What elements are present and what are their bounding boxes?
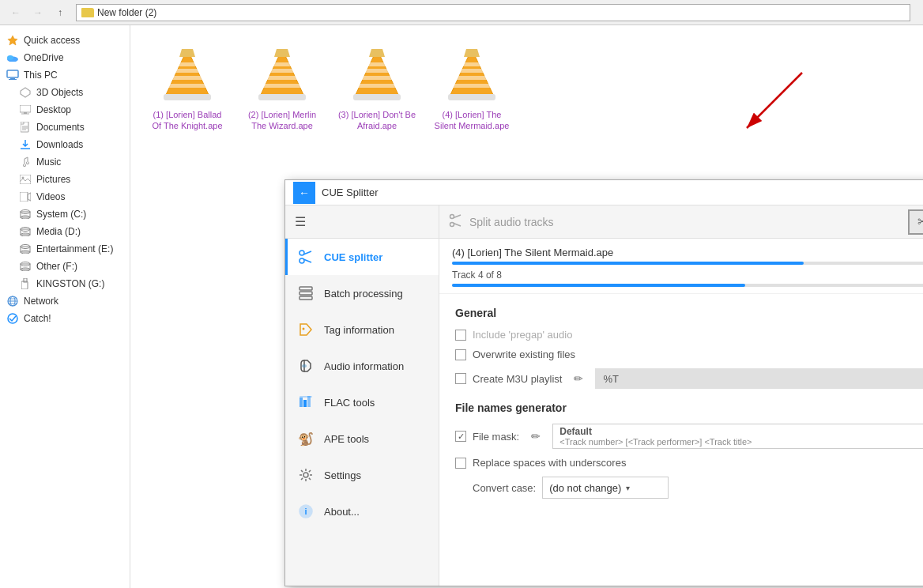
otherf-icon — [19, 260, 32, 273]
catch-label: Catch! — [24, 313, 51, 324]
filemask-pencil-button[interactable]: ✏ — [526, 426, 546, 447]
address-bar[interactable]: New folder (2) — [76, 4, 910, 21]
quickaccess-icon — [6, 34, 19, 47]
svg-marker-45 — [179, 49, 195, 57]
replace-spaces-checkbox[interactable] — [455, 458, 466, 469]
svg-rect-82 — [303, 400, 307, 407]
nav-label-batch-processing: Batch processing — [324, 288, 403, 300]
convert-case-value: (do not change) — [549, 482, 621, 494]
svg-rect-77 — [300, 292, 312, 295]
file-label: (2) [Lorien] Merlin The Wizard.ape — [243, 109, 322, 132]
sidebar-item-music[interactable]: Music — [0, 153, 130, 171]
settings-icon — [297, 466, 315, 484]
sidebar-item-systemc[interactable]: System (C:) — [0, 205, 130, 223]
music-icon — [19, 156, 32, 168]
svg-marker-61 — [369, 49, 385, 57]
svg-marker-69 — [464, 49, 480, 57]
systemc-icon — [19, 208, 32, 220]
folder-icon — [81, 8, 94, 17]
nav-item-cue-splitter[interactable]: CUE splitter — [285, 239, 439, 275]
svg-marker-18 — [28, 193, 31, 201]
modal-main-content: Split audio tracks ✂ ✕ 🔧 ··· — [439, 205, 923, 586]
svg-rect-41 — [175, 62, 199, 66]
sidebar-item-network[interactable]: Network — [0, 292, 130, 310]
cue-splitter-icon — [297, 248, 315, 266]
tag-information-icon — [297, 321, 315, 338]
overwrite-checkbox[interactable] — [455, 349, 466, 360]
svg-rect-70 — [448, 94, 495, 100]
sidebar-item-quickaccess[interactable]: Quick access — [0, 32, 130, 49]
nav-item-ape-tools[interactable]: 🐒 APE tools — [285, 420, 439, 457]
playlist-checkbox[interactable] — [455, 373, 466, 384]
list-item[interactable]: (2) [Lorien] Merlin The Wizard.ape — [243, 43, 322, 132]
3dobjects-icon — [19, 86, 32, 99]
audio-information-icon — [297, 357, 315, 375]
filenames-section-title: File names generator — [455, 401, 923, 414]
sidebar-item-pictures[interactable]: Pictures — [0, 171, 130, 188]
sidebar-item-otherf[interactable]: Other (F:) — [0, 258, 130, 275]
modal-back-button[interactable]: ← — [293, 182, 315, 204]
nav-item-about[interactable]: i About... — [285, 493, 439, 530]
sidebar-item-kingstong[interactable]: KINGSTON (G:) — [0, 275, 130, 292]
list-item[interactable]: (1) [Lorien] Ballad Of The Knight.ape — [148, 43, 227, 132]
quickaccess-label: Quick access — [24, 35, 80, 46]
svg-line-90 — [454, 215, 461, 218]
svg-rect-51 — [265, 76, 300, 80]
modal-nav: ☰ CUE splitter — [285, 205, 439, 586]
replace-spaces-row: Replace spaces with underscores — [455, 457, 923, 469]
svg-rect-66 — [458, 69, 486, 73]
nav-item-flac-tools[interactable]: FLAC tools — [285, 384, 439, 420]
playlist-pencil-button[interactable]: ✏ — [568, 368, 589, 389]
sidebar-item-downloads[interactable]: Downloads — [0, 136, 130, 153]
svg-marker-6 — [21, 88, 30, 97]
sidebar-item-documents[interactable]: Documents — [0, 119, 130, 136]
svg-rect-49 — [270, 62, 294, 66]
desktop-label: Desktop — [36, 104, 71, 115]
nav-item-audio-information[interactable]: Audio information — [285, 348, 439, 384]
pictures-icon — [19, 173, 32, 186]
thispc-icon — [6, 69, 19, 81]
otherf-label: Other (F:) — [36, 261, 77, 272]
videos-label: Videos — [36, 191, 65, 202]
svg-rect-44 — [167, 84, 208, 88]
filemask-checkbox[interactable] — [455, 431, 466, 442]
modal-title: CUE Splitter — [322, 187, 923, 198]
sidebar-item-thispc[interactable]: This PC — [0, 66, 130, 84]
nav-buttons: ← → ↑ — [6, 3, 70, 22]
nav-item-batch-processing[interactable]: Batch processing — [285, 275, 439, 311]
pregap-checkbox[interactable] — [455, 330, 466, 341]
forward-button[interactable]: → — [28, 3, 47, 22]
svg-rect-52 — [262, 84, 303, 88]
cue-splitter-modal: ← CUE Splitter — □ ✕ ☰ — [284, 179, 923, 586]
svg-rect-68 — [451, 84, 492, 88]
list-item[interactable]: (3) [Lorien] Don't Be Afraid.ape — [337, 43, 416, 132]
progress-filename: (4) [Lorien] The Silent Mermaid.ape — [452, 247, 923, 258]
svg-rect-76 — [300, 287, 312, 290]
up-button[interactable]: ↑ — [51, 3, 70, 22]
filemask-label: File mask: — [473, 431, 519, 443]
sidebar-item-catch[interactable]: Catch! — [0, 310, 130, 327]
entertainmente-label: Entertainment (E:) — [36, 243, 113, 254]
convert-case-dropdown[interactable]: (do not change) ▾ — [542, 477, 669, 499]
explorer-main: Quick access OneDrive This PC 3D Objects — [0, 25, 923, 588]
sidebar-item-3dobjects[interactable]: 3D Objects — [0, 84, 130, 101]
svg-rect-3 — [7, 70, 18, 77]
nav-item-tag-information[interactable]: Tag information — [285, 311, 439, 348]
sidebar-item-entertainmente[interactable]: Entertainment (E:) — [0, 240, 130, 258]
sidebar-item-videos[interactable]: Videos — [0, 188, 130, 205]
hamburger-icon[interactable]: ☰ — [295, 214, 306, 229]
pregap-label: Include 'pregap' audio — [473, 329, 572, 341]
scissors-button[interactable]: ✂ — [908, 209, 923, 235]
back-button[interactable]: ← — [6, 3, 25, 22]
modal-settings-content: General Include 'pregap' audio Overwrite… — [439, 294, 923, 586]
svg-rect-29 — [21, 264, 30, 270]
music-label: Music — [36, 156, 61, 168]
sidebar-item-desktop[interactable]: Desktop — [0, 101, 130, 119]
nav-label-tag-information: Tag information — [324, 324, 394, 336]
filemask-dropdown[interactable]: Default <Track number> [<Track performer… — [552, 424, 923, 449]
sidebar-item-onedrive[interactable]: OneDrive — [0, 49, 130, 66]
sidebar-item-mediad[interactable]: Media (D:) — [0, 223, 130, 240]
nav-item-settings[interactable]: Settings — [285, 457, 439, 493]
svg-point-85 — [303, 473, 308, 477]
list-item[interactable]: (4) [Lorien] The Silent Mermaid.ape — [432, 43, 511, 132]
